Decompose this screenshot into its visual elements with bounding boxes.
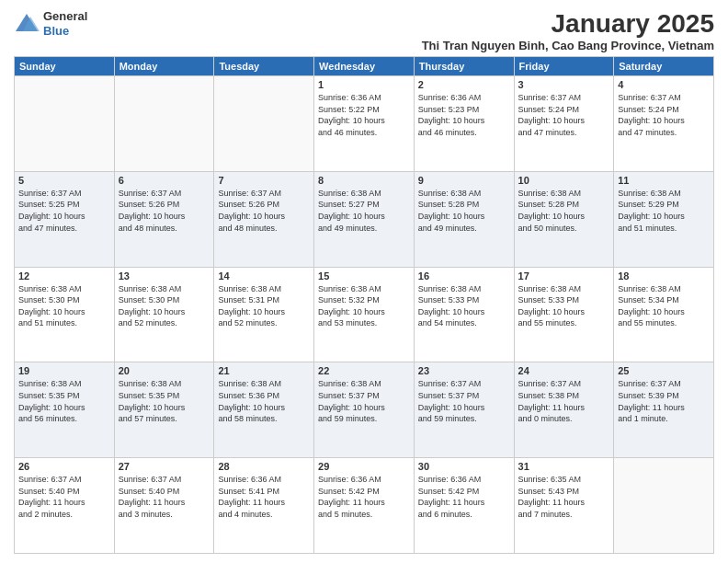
calendar-page: General Blue January 2025 Thi Tran Nguye…	[0, 0, 728, 563]
calendar-cell: 14Sunrise: 6:38 AM Sunset: 5:31 PM Dayli…	[214, 267, 314, 362]
calendar-cell: 5Sunrise: 6:37 AM Sunset: 5:25 PM Daylig…	[15, 171, 115, 267]
header-row: SundayMondayTuesdayWednesdayThursdayFrid…	[15, 57, 714, 76]
day-info: Sunrise: 6:37 AM Sunset: 5:40 PM Dayligh…	[18, 474, 110, 520]
calendar-cell: 30Sunrise: 6:36 AM Sunset: 5:42 PM Dayli…	[414, 458, 514, 554]
day-info: Sunrise: 6:38 AM Sunset: 5:37 PM Dayligh…	[318, 378, 410, 424]
day-number: 26	[18, 461, 110, 472]
calendar-cell: 8Sunrise: 6:38 AM Sunset: 5:27 PM Daylig…	[314, 171, 415, 267]
logo-blue-text: Blue	[43, 24, 87, 39]
calendar-cell: 17Sunrise: 6:38 AM Sunset: 5:33 PM Dayli…	[514, 267, 614, 362]
header: General Blue January 2025 Thi Tran Nguye…	[14, 9, 714, 52]
day-number: 11	[618, 175, 710, 186]
day-number: 20	[119, 365, 210, 376]
day-number: 14	[218, 270, 310, 282]
day-number: 25	[618, 365, 710, 376]
day-info: Sunrise: 6:38 AM Sunset: 5:32 PM Dayligh…	[318, 283, 410, 329]
day-info: Sunrise: 6:35 AM Sunset: 5:43 PM Dayligh…	[518, 474, 610, 520]
calendar-cell: 10Sunrise: 6:38 AM Sunset: 5:28 PM Dayli…	[514, 171, 614, 267]
day-number: 24	[518, 365, 610, 376]
calendar-cell: 22Sunrise: 6:38 AM Sunset: 5:37 PM Dayli…	[314, 362, 415, 458]
calendar-cell	[15, 76, 115, 172]
calendar-cell: 31Sunrise: 6:35 AM Sunset: 5:43 PM Dayli…	[514, 458, 614, 554]
week-row-1: 1Sunrise: 6:36 AM Sunset: 5:22 PM Daylig…	[15, 76, 714, 172]
day-number: 28	[218, 461, 310, 472]
day-number: 3	[518, 79, 610, 90]
day-number: 30	[418, 461, 510, 472]
day-info: Sunrise: 6:38 AM Sunset: 5:35 PM Dayligh…	[18, 378, 110, 424]
day-number: 22	[318, 365, 410, 376]
day-number: 16	[418, 270, 510, 282]
week-row-3: 12Sunrise: 6:38 AM Sunset: 5:30 PM Dayli…	[15, 267, 714, 362]
calendar-cell: 25Sunrise: 6:37 AM Sunset: 5:39 PM Dayli…	[614, 362, 714, 458]
calendar-cell: 6Sunrise: 6:37 AM Sunset: 5:26 PM Daylig…	[114, 171, 214, 267]
calendar-cell: 9Sunrise: 6:38 AM Sunset: 5:28 PM Daylig…	[414, 171, 514, 267]
day-info: Sunrise: 6:37 AM Sunset: 5:40 PM Dayligh…	[119, 474, 210, 520]
day-info: Sunrise: 6:36 AM Sunset: 5:23 PM Dayligh…	[418, 92, 510, 138]
calendar-cell: 11Sunrise: 6:38 AM Sunset: 5:29 PM Dayli…	[614, 171, 714, 267]
day-info: Sunrise: 6:37 AM Sunset: 5:26 PM Dayligh…	[218, 188, 310, 234]
day-number: 17	[518, 270, 610, 282]
calendar-cell: 28Sunrise: 6:36 AM Sunset: 5:41 PM Dayli…	[214, 458, 314, 554]
day-number: 8	[318, 175, 410, 186]
day-header-sunday: Sunday	[15, 57, 115, 76]
day-info: Sunrise: 6:38 AM Sunset: 5:34 PM Dayligh…	[618, 283, 710, 329]
day-header-monday: Monday	[114, 57, 214, 76]
day-info: Sunrise: 6:38 AM Sunset: 5:33 PM Dayligh…	[518, 283, 610, 329]
day-info: Sunrise: 6:38 AM Sunset: 5:28 PM Dayligh…	[418, 188, 510, 234]
week-row-4: 19Sunrise: 6:38 AM Sunset: 5:35 PM Dayli…	[15, 362, 714, 458]
day-info: Sunrise: 6:36 AM Sunset: 5:41 PM Dayligh…	[218, 474, 310, 520]
calendar-cell: 19Sunrise: 6:38 AM Sunset: 5:35 PM Dayli…	[15, 362, 115, 458]
day-info: Sunrise: 6:38 AM Sunset: 5:30 PM Dayligh…	[119, 283, 210, 329]
day-info: Sunrise: 6:36 AM Sunset: 5:42 PM Dayligh…	[418, 474, 510, 520]
day-info: Sunrise: 6:36 AM Sunset: 5:42 PM Dayligh…	[318, 474, 410, 520]
calendar-table: SundayMondayTuesdayWednesdayThursdayFrid…	[14, 56, 714, 554]
day-info: Sunrise: 6:38 AM Sunset: 5:35 PM Dayligh…	[119, 378, 210, 424]
day-info: Sunrise: 6:36 AM Sunset: 5:22 PM Dayligh…	[318, 92, 410, 138]
day-number: 23	[418, 365, 510, 376]
day-header-wednesday: Wednesday	[314, 57, 415, 76]
title-area: January 2025 Thi Tran Nguyen Binh, Cao B…	[422, 9, 714, 52]
day-number: 5	[18, 175, 110, 186]
day-number: 21	[218, 365, 310, 376]
day-header-thursday: Thursday	[414, 57, 514, 76]
day-info: Sunrise: 6:37 AM Sunset: 5:38 PM Dayligh…	[518, 378, 610, 424]
day-info: Sunrise: 6:38 AM Sunset: 5:30 PM Dayligh…	[18, 283, 110, 329]
calendar-cell: 27Sunrise: 6:37 AM Sunset: 5:40 PM Dayli…	[114, 458, 214, 554]
day-info: Sunrise: 6:38 AM Sunset: 5:36 PM Dayligh…	[218, 378, 310, 424]
day-number: 9	[418, 175, 510, 186]
calendar-cell: 29Sunrise: 6:36 AM Sunset: 5:42 PM Dayli…	[314, 458, 415, 554]
calendar-cell: 2Sunrise: 6:36 AM Sunset: 5:23 PM Daylig…	[414, 76, 514, 172]
week-row-2: 5Sunrise: 6:37 AM Sunset: 5:25 PM Daylig…	[15, 171, 714, 267]
day-number: 1	[318, 79, 410, 90]
location-subtitle: Thi Tran Nguyen Binh, Cao Bang Province,…	[422, 39, 714, 52]
day-number: 15	[318, 270, 410, 282]
day-info: Sunrise: 6:37 AM Sunset: 5:26 PM Dayligh…	[119, 188, 210, 234]
day-number: 27	[119, 461, 210, 472]
calendar-cell: 16Sunrise: 6:38 AM Sunset: 5:33 PM Dayli…	[414, 267, 514, 362]
calendar-cell: 20Sunrise: 6:38 AM Sunset: 5:35 PM Dayli…	[114, 362, 214, 458]
calendar-cell: 13Sunrise: 6:38 AM Sunset: 5:30 PM Dayli…	[114, 267, 214, 362]
day-info: Sunrise: 6:38 AM Sunset: 5:29 PM Dayligh…	[618, 188, 710, 234]
day-info: Sunrise: 6:37 AM Sunset: 5:24 PM Dayligh…	[518, 92, 610, 138]
day-info: Sunrise: 6:38 AM Sunset: 5:28 PM Dayligh…	[518, 188, 610, 234]
day-number: 12	[18, 270, 110, 282]
calendar-cell: 26Sunrise: 6:37 AM Sunset: 5:40 PM Dayli…	[15, 458, 115, 554]
week-row-5: 26Sunrise: 6:37 AM Sunset: 5:40 PM Dayli…	[15, 458, 714, 554]
calendar-cell: 3Sunrise: 6:37 AM Sunset: 5:24 PM Daylig…	[514, 76, 614, 172]
day-number: 19	[18, 365, 110, 376]
day-number: 10	[518, 175, 610, 186]
day-number: 4	[618, 79, 710, 90]
day-number: 6	[119, 175, 210, 186]
calendar-cell	[214, 76, 314, 172]
day-info: Sunrise: 6:38 AM Sunset: 5:27 PM Dayligh…	[318, 188, 410, 234]
calendar-cell: 7Sunrise: 6:37 AM Sunset: 5:26 PM Daylig…	[214, 171, 314, 267]
calendar-cell: 15Sunrise: 6:38 AM Sunset: 5:32 PM Dayli…	[314, 267, 415, 362]
day-info: Sunrise: 6:37 AM Sunset: 5:25 PM Dayligh…	[18, 188, 110, 234]
calendar-cell: 21Sunrise: 6:38 AM Sunset: 5:36 PM Dayli…	[214, 362, 314, 458]
calendar-cell: 12Sunrise: 6:38 AM Sunset: 5:30 PM Dayli…	[15, 267, 115, 362]
day-number: 18	[618, 270, 710, 282]
calendar-cell: 23Sunrise: 6:37 AM Sunset: 5:37 PM Dayli…	[414, 362, 514, 458]
calendar-cell: 1Sunrise: 6:36 AM Sunset: 5:22 PM Daylig…	[314, 76, 415, 172]
day-info: Sunrise: 6:37 AM Sunset: 5:24 PM Dayligh…	[618, 92, 710, 138]
logo-text: General Blue	[43, 9, 87, 38]
